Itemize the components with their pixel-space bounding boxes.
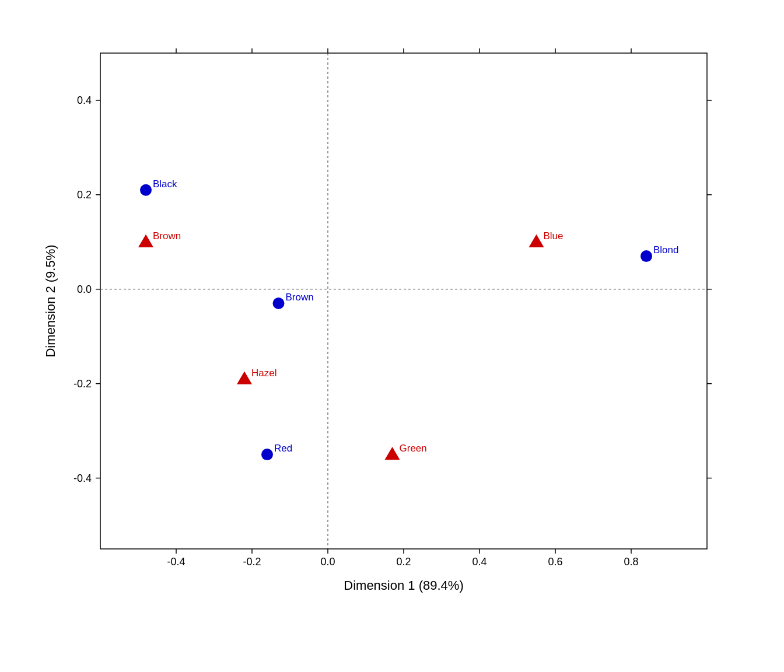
scatter-plot: -0.4-0.20.00.20.40.60.8-0.4-0.20.00.20.4… <box>42 41 742 596</box>
svg-text:0.4: 0.4 <box>472 556 487 568</box>
svg-text:Dimension 2 (9.5%): Dimension 2 (9.5%) <box>43 244 58 357</box>
chart-container: -0.4-0.20.00.20.40.60.8-0.4-0.20.00.20.4… <box>42 30 742 642</box>
point-red-hair <box>261 449 273 460</box>
point-green-eye <box>385 447 400 460</box>
label-blue-eye: Blue <box>544 230 564 242</box>
svg-text:0.2: 0.2 <box>77 189 92 201</box>
svg-text:0.4: 0.4 <box>77 94 92 106</box>
svg-text:0.2: 0.2 <box>396 556 411 568</box>
label-brown-eye: Brown <box>153 230 181 242</box>
svg-text:-0.4: -0.4 <box>167 556 185 568</box>
svg-rect-0 <box>100 53 707 549</box>
svg-text:Dimension 1 (89.4%): Dimension 1 (89.4%) <box>344 578 463 593</box>
point-hazel-eye <box>237 372 252 384</box>
point-brown-eye <box>138 235 153 247</box>
label-hazel-eye: Hazel <box>251 368 276 379</box>
svg-text:-0.2: -0.2 <box>243 556 261 568</box>
point-brown-hair <box>273 298 285 309</box>
label-blond-hair: Blond <box>653 244 678 256</box>
point-blue-eye <box>529 235 544 247</box>
label-green-eye: Green <box>400 443 427 454</box>
svg-text:0.0: 0.0 <box>320 556 335 568</box>
label-black-hair: Black <box>153 178 177 190</box>
svg-text:0.8: 0.8 <box>624 556 638 568</box>
chart-area: -0.4-0.20.00.20.40.60.8-0.4-0.20.00.20.4… <box>42 41 742 596</box>
svg-text:0.0: 0.0 <box>77 284 92 295</box>
point-black-hair <box>140 184 152 196</box>
label-red-hair: Red <box>274 443 292 454</box>
svg-text:0.6: 0.6 <box>548 556 562 568</box>
point-blond-hair <box>640 250 652 262</box>
svg-text:-0.4: -0.4 <box>74 473 92 484</box>
svg-text:-0.2: -0.2 <box>74 378 92 390</box>
label-brown-hair: Brown <box>286 292 314 303</box>
